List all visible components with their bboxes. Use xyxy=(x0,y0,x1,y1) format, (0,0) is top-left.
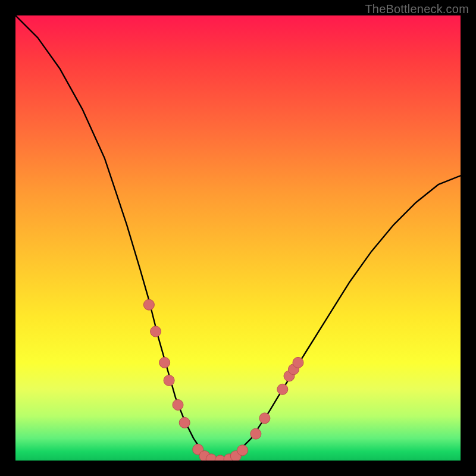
curve-marker xyxy=(164,375,174,386)
bottleneck-curve xyxy=(15,15,461,461)
bottleneck-chart xyxy=(15,15,461,461)
curve-marker xyxy=(159,357,170,368)
curve-marker xyxy=(293,357,303,368)
curve-marker xyxy=(259,413,270,424)
curve-marker xyxy=(143,299,154,310)
curve-marker xyxy=(179,417,190,428)
curve-marker xyxy=(250,428,261,439)
curve-marker xyxy=(173,400,183,411)
curve-marker xyxy=(237,445,248,456)
curve-marker xyxy=(277,384,288,394)
chart-frame: TheBottleneck.com xyxy=(0,0,476,476)
curve-marker xyxy=(151,326,161,337)
watermark-text: TheBottleneck.com xyxy=(365,2,469,16)
curve-markers xyxy=(143,299,303,461)
